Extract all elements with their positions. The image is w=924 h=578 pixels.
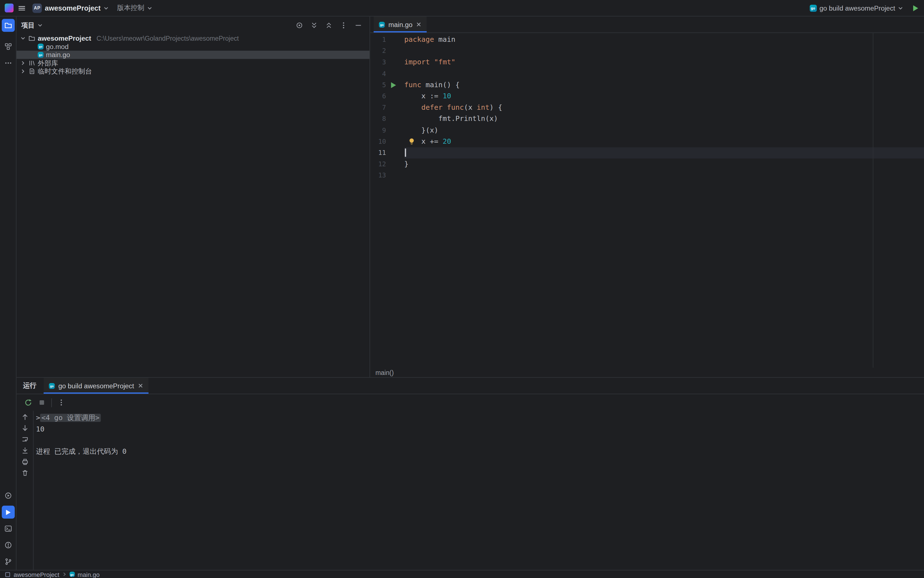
print-icon[interactable] — [21, 458, 29, 466]
code-line-text[interactable] — [404, 45, 924, 57]
code-line-text[interactable]: fmt.Println(x) — [404, 114, 924, 125]
code-editor[interactable]: 1package main23import "fmt"45func main()… — [370, 33, 924, 368]
code-line-text[interactable]: } — [404, 159, 924, 170]
gutter — [386, 136, 404, 147]
code-line[interactable]: 3import "fmt" — [370, 57, 924, 68]
line-number[interactable]: 10 — [370, 136, 386, 147]
collapse-all-icon[interactable] — [325, 21, 333, 29]
options-kebab-icon[interactable] — [339, 21, 348, 29]
chevron-down-icon[interactable] — [37, 23, 42, 28]
status-breadcrumb-project[interactable]: awesomeProject — [14, 571, 59, 578]
arrow-up-icon[interactable] — [21, 413, 29, 421]
line-number[interactable]: 8 — [370, 114, 386, 125]
code-line[interactable]: 6 x := 10 — [370, 91, 924, 102]
line-number[interactable]: 1 — [370, 34, 386, 46]
project-widget[interactable]: AP awesomeProject — [30, 2, 110, 14]
code-line-text[interactable]: package main — [404, 34, 924, 46]
line-number[interactable]: 11 — [370, 147, 386, 159]
code-line[interactable]: 11 — [370, 147, 924, 159]
stop-button[interactable] — [37, 398, 46, 407]
console-line-command[interactable]: ><4 go 设置调用> — [36, 412, 924, 424]
editor-tab-maingo[interactable]: go main.go — [373, 16, 427, 32]
problems-tool-window-button[interactable] — [2, 539, 15, 552]
line-number[interactable]: 7 — [370, 102, 386, 114]
services-tool-window-button[interactable] — [2, 489, 15, 502]
code-line[interactable]: 12} — [370, 159, 924, 170]
vcs-widget[interactable]: 版本控制 — [115, 2, 154, 13]
hamburger-menu-icon[interactable] — [18, 4, 26, 12]
code-line[interactable]: 13 — [370, 170, 924, 181]
more-options-kebab-icon[interactable] — [57, 398, 65, 407]
code-line[interactable]: 9 }(x) — [370, 125, 924, 136]
code-line[interactable]: 4 — [370, 68, 924, 80]
console-line-blank — [36, 435, 924, 446]
line-number[interactable]: 9 — [370, 125, 386, 136]
line-number[interactable]: 5 — [370, 80, 386, 91]
breadcrumb[interactable]: main() — [370, 368, 924, 377]
code-line-text[interactable]: x += 20 — [404, 136, 924, 147]
chevron-collapsed-icon[interactable] — [20, 69, 26, 74]
gutter — [386, 102, 404, 114]
arrow-down-icon[interactable] — [21, 424, 29, 432]
close-tab-icon[interactable] — [138, 383, 143, 388]
code-line-text[interactable]: defer func(x int) { — [404, 102, 924, 114]
code-line-text[interactable]: import "fmt" — [404, 57, 924, 68]
project-panel-title[interactable]: 项目 — [21, 21, 35, 30]
chevron-collapsed-icon[interactable] — [20, 61, 26, 65]
hide-panel-icon[interactable] — [354, 21, 362, 29]
tree-item-project-root[interactable]: awesomeProject C:\Users\meowr\GolandProj… — [16, 34, 369, 42]
more-tool-windows-button[interactable] — [2, 57, 15, 70]
run-config-label: go build awesomeProject — [820, 5, 895, 11]
code-line-text[interactable]: x := 10 — [404, 91, 924, 102]
tree-item-gomod[interactable]: go go.mod — [16, 42, 369, 51]
structure-tool-window-button[interactable] — [2, 40, 15, 53]
line-number[interactable]: 6 — [370, 91, 386, 102]
close-tab-icon[interactable] — [416, 22, 421, 27]
git-tool-window-button[interactable] — [2, 555, 15, 568]
line-number[interactable]: 3 — [370, 57, 386, 68]
tree-item-external-libraries[interactable]: 外部库 — [16, 59, 369, 67]
expand-all-icon[interactable] — [310, 21, 318, 29]
line-number[interactable]: 2 — [370, 45, 386, 57]
soft-wrap-icon[interactable] — [21, 435, 29, 443]
code-line-text[interactable]: func main() { — [404, 80, 924, 91]
chevron-expanded-icon[interactable] — [20, 36, 26, 41]
code-line[interactable]: 1package main — [370, 34, 924, 46]
line-number[interactable]: 4 — [370, 68, 386, 80]
terminal-tool-window-button[interactable] — [2, 522, 15, 535]
code-line[interactable]: 10 x += 20 — [370, 136, 924, 147]
code-line[interactable]: 8 fmt.Println(x) — [370, 114, 924, 125]
breadcrumb-scope[interactable]: main() — [375, 369, 394, 376]
status-breadcrumb-file[interactable]: main.go — [78, 571, 99, 578]
run-button[interactable] — [911, 4, 919, 12]
toolbar-separator — [51, 398, 52, 407]
goland-window: AP awesomeProject 版本控制 go go build aweso… — [0, 0, 924, 578]
vcs-widget-label: 版本控制 — [117, 3, 144, 13]
tree-item-maingo[interactable]: go main.go — [16, 51, 369, 59]
main-toolbar: AP awesomeProject 版本控制 go go build aweso… — [0, 0, 924, 16]
console-output[interactable]: ><4 go 设置调用>10 进程 已完成，退出代码为 0 — [34, 411, 924, 570]
line-number[interactable]: 12 — [370, 159, 386, 170]
intention-bulb-icon[interactable] — [408, 138, 415, 145]
rerun-button[interactable] — [24, 398, 32, 407]
locate-file-icon[interactable] — [295, 21, 304, 29]
code-line-text[interactable] — [404, 147, 924, 159]
line-number[interactable]: 13 — [370, 170, 386, 181]
code-line-text[interactable] — [404, 170, 924, 181]
code-line-text[interactable]: }(x) — [404, 125, 924, 136]
code-line[interactable]: 5func main() { — [370, 80, 924, 91]
run-configuration-selector[interactable]: go go build awesomeProject — [807, 3, 905, 13]
code-line-text[interactable] — [404, 68, 924, 80]
scroll-to-end-icon[interactable] — [21, 447, 29, 455]
scratch-file-icon — [28, 68, 36, 75]
run-console: ><4 go 设置调用>10 进程 已完成，退出代码为 0 — [16, 411, 924, 570]
run-gutter-icon[interactable] — [386, 80, 404, 91]
project-tool-window-button[interactable] — [2, 19, 15, 32]
clear-console-icon[interactable] — [21, 469, 29, 477]
tree-item-scratches[interactable]: 临时文件和控制台 — [16, 67, 369, 75]
console-folded-region[interactable]: <4 go 设置调用> — [40, 414, 101, 422]
code-line[interactable]: 2 — [370, 45, 924, 57]
code-line[interactable]: 7 defer func(x int) { — [370, 102, 924, 114]
run-tool-window-button[interactable] — [2, 506, 15, 519]
run-tab[interactable]: go go build awesomeProject — [44, 378, 148, 394]
